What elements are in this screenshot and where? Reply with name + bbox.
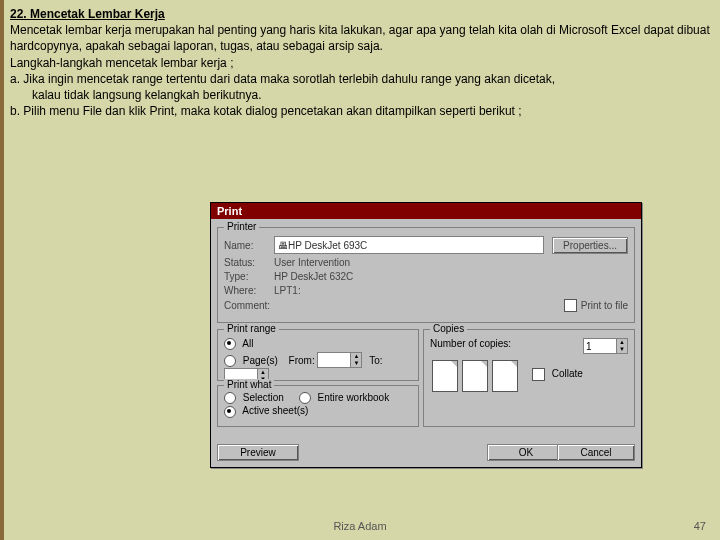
num-copies-spinner[interactable]: ▲▼ [583,338,628,354]
type-label: Type: [224,271,274,282]
status-label: Status: [224,257,274,268]
body-text: 22. Mencetak Lembar Kerja Mencetak lemba… [0,0,720,119]
collate-icon [492,360,518,392]
print-what-label: Print what [224,379,274,390]
copies-label: Copies [430,323,467,334]
active-sheets-label: Active sheet(s) [242,405,308,416]
paragraph-1: Mencetak lembar kerja merupakan hal pent… [10,22,710,54]
printer-group-label: Printer [224,221,259,232]
footer-page-number: 47 [694,520,706,532]
section-heading: 22. Mencetak Lembar Kerja [10,6,710,22]
comment-label: Comment: [224,300,274,311]
range-pages-label: Page(s) [243,355,278,366]
workbook-label: Entire workbook [317,392,389,403]
properties-button[interactable]: Properties... [552,237,628,254]
paragraph-4: b. Pilih menu File dan klik Print, maka … [10,103,710,119]
ok-button[interactable]: OK [487,444,565,461]
selection-radio[interactable] [224,392,236,404]
print-dialog: Print Printer Name: 🖶 HP DeskJet 693C Pr… [210,202,642,468]
paragraph-3b: kalau tidak langsung kelangkah berikutny… [32,87,710,103]
printer-group: Printer Name: 🖶 HP DeskJet 693C Properti… [217,227,635,323]
footer-author: Riza Adam [0,520,720,532]
copies-group: Copies Number of copies: ▲▼ Collate [423,329,635,427]
from-spinner[interactable]: ▲▼ [317,352,362,368]
name-label: Name: [224,240,274,251]
where-value: LPT1: [274,285,301,296]
range-pages-radio[interactable] [224,355,236,367]
collate-checkbox[interactable] [532,368,545,381]
print-range-label: Print range [224,323,279,334]
num-copies-label: Number of copies: [430,338,511,349]
print-what-group: Print what Selection Entire workbook Act… [217,385,419,427]
dialog-title: Print [211,203,641,219]
printer-icon: 🖶 [278,240,288,251]
selection-label: Selection [243,392,284,403]
cancel-button[interactable]: Cancel [557,444,635,461]
type-value: HP DeskJet 632C [274,271,353,282]
workbook-radio[interactable] [299,392,311,404]
active-sheets-radio[interactable] [224,406,236,418]
collate-icon [462,360,488,392]
where-label: Where: [224,285,274,296]
collate-icon [432,360,458,392]
print-range-group: Print range All Page(s) From: ▲▼ To: ▲▼ [217,329,419,381]
preview-button[interactable]: Preview [217,444,299,461]
collate-label: Collate [552,368,583,379]
print-to-file-label: Print to file [581,300,628,311]
range-all-label: All [242,338,253,349]
slide-accent-bar [0,0,4,540]
from-label: From: [289,355,315,366]
paragraph-3a: a. Jika ingin mencetak range tertentu da… [10,71,710,87]
to-label: To: [369,355,382,366]
printer-name-dropdown[interactable]: 🖶 HP DeskJet 693C [274,236,544,254]
print-to-file-checkbox[interactable] [564,299,577,312]
paragraph-2: Langkah-langkah mencetak lembar kerja ; [10,55,710,71]
range-all-radio[interactable] [224,338,236,350]
printer-name-value: HP DeskJet 693C [288,240,367,251]
status-value: User Intervention [274,257,350,268]
